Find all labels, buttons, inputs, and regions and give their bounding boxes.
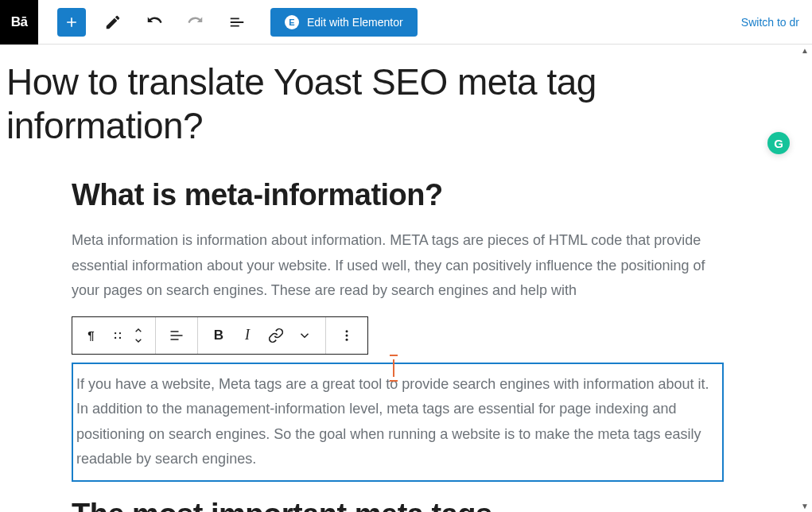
paragraph-text: If you have a website, Meta tags are a g… bbox=[76, 376, 709, 467]
text-cursor-icon bbox=[393, 359, 394, 377]
link-icon bbox=[268, 328, 284, 343]
svg-point-5 bbox=[346, 330, 348, 332]
undo-button[interactable] bbox=[140, 8, 169, 37]
move-up-down[interactable] bbox=[128, 317, 149, 354]
elementor-icon: E bbox=[285, 15, 299, 29]
document-outline-button[interactable] bbox=[223, 8, 251, 37]
edit-with-elementor-button[interactable]: E Edit with Elementor bbox=[270, 8, 418, 37]
scroll-down-arrow[interactable]: ▼ bbox=[801, 502, 809, 510]
scroll-up-arrow[interactable]: ▲ bbox=[801, 46, 809, 55]
grammarly-badge[interactable]: G bbox=[767, 132, 790, 154]
undo-icon bbox=[146, 14, 163, 31]
block-toolbar: ¶ B I bbox=[72, 316, 368, 355]
pencil-icon bbox=[104, 14, 122, 31]
more-options-button[interactable] bbox=[332, 317, 361, 354]
plus-icon bbox=[64, 14, 80, 30]
add-block-button[interactable] bbox=[57, 8, 86, 37]
svg-point-4 bbox=[119, 337, 121, 339]
svg-point-6 bbox=[346, 334, 348, 336]
kebab-icon bbox=[340, 328, 354, 343]
align-button[interactable] bbox=[162, 317, 191, 354]
paragraph-icon: ¶ bbox=[85, 328, 101, 343]
edit-mode-button[interactable] bbox=[99, 8, 127, 37]
svg-text:¶: ¶ bbox=[87, 328, 94, 342]
redo-button[interactable] bbox=[181, 8, 210, 37]
link-button[interactable] bbox=[262, 317, 290, 354]
align-left-icon bbox=[169, 328, 185, 343]
svg-point-2 bbox=[115, 337, 116, 339]
drag-icon bbox=[112, 330, 123, 341]
chevron-updown-icon bbox=[132, 327, 145, 344]
editor-tools-group bbox=[57, 8, 251, 37]
heading-important-tags[interactable]: The most important meta tags bbox=[72, 498, 724, 512]
svg-point-3 bbox=[119, 332, 121, 334]
post-title[interactable]: How to translate Yoast SEO meta tag info… bbox=[0, 45, 812, 164]
selected-paragraph-block[interactable]: If you have a website, Meta tags are a g… bbox=[72, 363, 724, 482]
post-content: What is meta-information? Meta informati… bbox=[0, 178, 795, 512]
svg-point-1 bbox=[115, 332, 116, 334]
site-logo[interactable]: Bā bbox=[0, 0, 38, 45]
chevron-down-icon bbox=[297, 328, 312, 343]
top-toolbar: Bā E Edit with Elementor Switch to dr bbox=[0, 0, 812, 45]
bold-button[interactable]: B bbox=[204, 317, 233, 354]
paragraph-block[interactable]: Meta information is information about in… bbox=[72, 228, 724, 304]
editor-canvas[interactable]: ▲ ▼ G How to translate Yoast SEO meta ta… bbox=[0, 45, 812, 512]
svg-point-7 bbox=[346, 339, 348, 341]
elementor-label: Edit with Elementor bbox=[307, 16, 403, 29]
more-formatting-button[interactable] bbox=[290, 317, 319, 354]
redo-icon bbox=[187, 14, 204, 31]
heading-meta-info[interactable]: What is meta-information? bbox=[72, 178, 724, 212]
block-type-button[interactable]: ¶ bbox=[79, 317, 107, 354]
drag-handle[interactable] bbox=[107, 317, 128, 354]
switch-to-draft-link[interactable]: Switch to dr bbox=[741, 16, 799, 29]
list-icon bbox=[228, 14, 246, 31]
italic-button[interactable]: I bbox=[233, 317, 262, 354]
